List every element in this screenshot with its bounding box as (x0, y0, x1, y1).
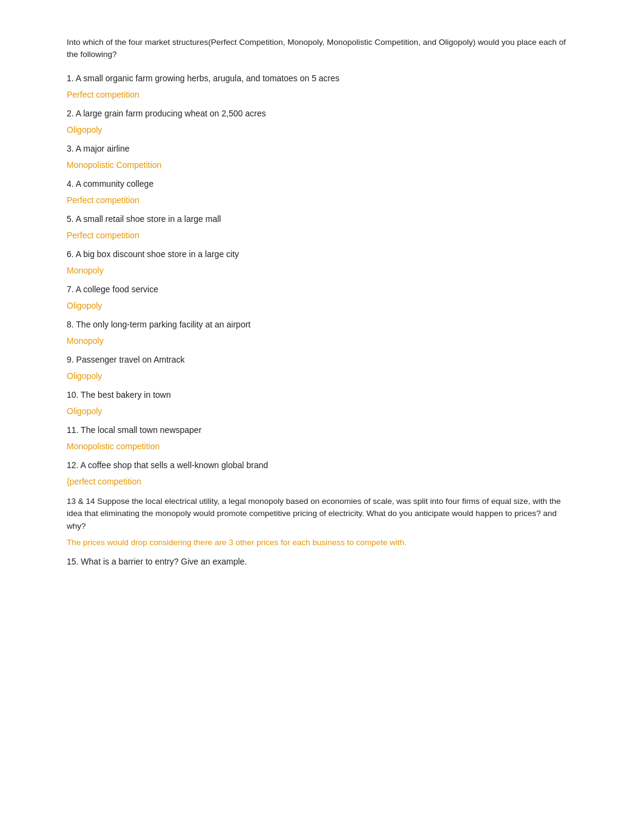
q13-14-answer: The prices would drop considering there … (67, 537, 577, 549)
item-block-6: 6. A big box discount shoe store in a la… (67, 248, 577, 277)
q13-14-question: 13 & 14 Suppose the local electrical uti… (67, 495, 577, 534)
question-4: 4. A community college (67, 178, 577, 190)
intro-text: Into which of the four market structures… (67, 36, 577, 61)
item-block-1: 1. A small organic farm growing herbs, a… (67, 72, 577, 101)
answer-11: Monopolistic competition (67, 440, 577, 453)
item-block-11: 11. The local small town newspaperMonopo… (67, 424, 577, 453)
answer-10: Oligopoly (67, 405, 577, 418)
answer-2: Oligopoly (67, 124, 577, 136)
item-block-7: 7. A college food serviceOligopoly (67, 283, 577, 312)
question-10: 10. The best bakery in town (67, 389, 577, 401)
answer-4: Perfect competition (67, 194, 577, 207)
answer-3: Monopolistic Competition (67, 159, 577, 172)
answer-8: Monopoly (67, 335, 577, 347)
item-block-8: 8. The only long-term parking facility a… (67, 318, 577, 347)
answer-1: Perfect competition (67, 89, 577, 101)
answer-12: {perfect competition (67, 475, 577, 488)
item-block-5: 5. A small retail shoe store in a large … (67, 213, 577, 242)
item-block-12: 12. A coffee shop that sells a well-know… (67, 459, 577, 488)
question-11: 11. The local small town newspaper (67, 424, 577, 437)
item-block-2: 2. A large grain farm producing wheat on… (67, 107, 577, 136)
question-12: 12. A coffee shop that sells a well-know… (67, 459, 577, 472)
q13-14-text: Suppose the local electrical utility, a … (67, 497, 561, 531)
question-5: 5. A small retail shoe store in a large … (67, 213, 577, 226)
q13-14-label: 13 & 14 (67, 497, 97, 506)
question-1: 1. A small organic farm growing herbs, a… (67, 72, 577, 85)
answer-5: Perfect competition (67, 229, 577, 242)
q15-text: 15. What is a barrier to entry? Give an … (67, 557, 577, 566)
question-8: 8. The only long-term parking facility a… (67, 318, 577, 331)
item-block-9: 9. Passenger travel on AmtrackOligopoly (67, 354, 577, 383)
answer-6: Monopoly (67, 264, 577, 277)
question-7: 7. A college food service (67, 283, 577, 296)
answer-7: Oligopoly (67, 300, 577, 312)
answer-9: Oligopoly (67, 370, 577, 383)
question-9: 9. Passenger travel on Amtrack (67, 354, 577, 366)
question-2: 2. A large grain farm producing wheat on… (67, 107, 577, 120)
item-block-3: 3. A major airlineMonopolistic Competiti… (67, 143, 577, 172)
question-3: 3. A major airline (67, 143, 577, 155)
item-block-4: 4. A community collegePerfect competitio… (67, 178, 577, 207)
item-block-10: 10. The best bakery in townOligopoly (67, 389, 577, 418)
question-6: 6. A big box discount shoe store in a la… (67, 248, 577, 261)
